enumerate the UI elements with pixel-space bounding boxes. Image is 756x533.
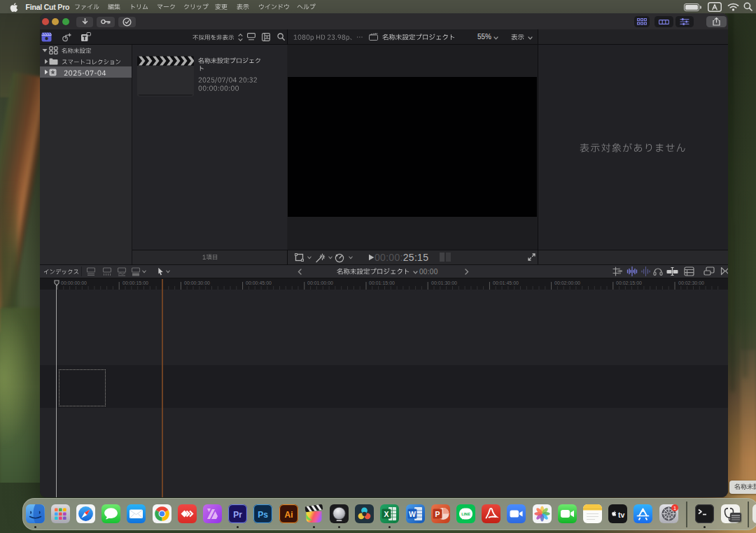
svg-text:Ps: Ps: [258, 510, 268, 520]
svg-text:LINE: LINE: [461, 512, 470, 516]
svg-text:P: P: [435, 510, 440, 518]
svg-text:tv: tv: [618, 511, 624, 519]
svg-text:X: X: [384, 510, 389, 518]
svg-text:Ai: Ai: [284, 510, 293, 520]
svg-text:Pr: Pr: [233, 510, 242, 520]
svg-text:W: W: [409, 510, 416, 518]
svg-text:1: 1: [673, 505, 676, 511]
